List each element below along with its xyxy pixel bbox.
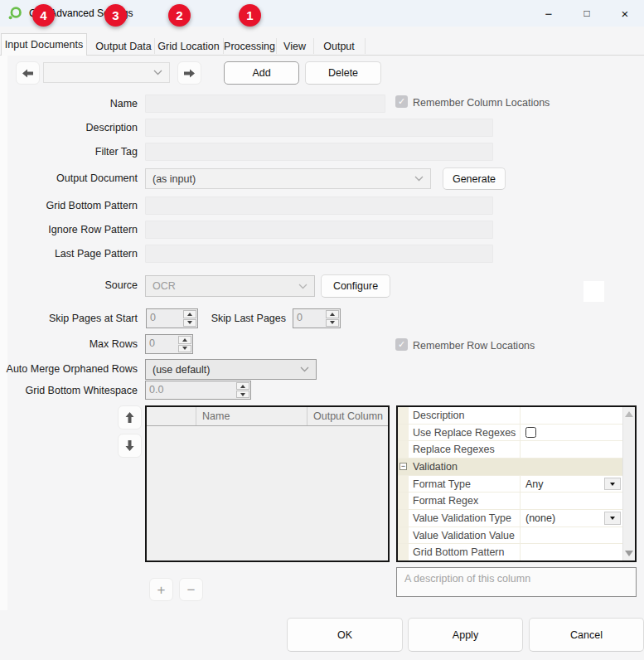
maximize-button[interactable]: □	[568, 0, 606, 27]
name-input[interactable]	[145, 95, 385, 113]
generate-button[interactable]: Generate	[443, 167, 506, 190]
spin-up-button[interactable]	[236, 382, 249, 390]
spin-down-button[interactable]	[183, 319, 196, 328]
format-type-dropdown-button[interactable]	[604, 478, 621, 491]
window-left-edge	[0, 56, 7, 610]
property-row-description[interactable]: Description	[398, 407, 622, 425]
ok-button[interactable]: OK	[287, 618, 403, 652]
grid-bottom-whitespace-label: Grid Bottom Whitespace	[0, 385, 138, 396]
right-arrow-icon	[183, 67, 196, 80]
property-value[interactable]: Any	[520, 476, 622, 493]
scroll-down-icon[interactable]	[625, 551, 633, 556]
property-label: Grid Bottom Pattern	[409, 546, 520, 558]
last-page-pattern-label: Last Page Pattern	[0, 248, 138, 260]
property-grid-scrollbar[interactable]	[622, 407, 635, 561]
grid-bottom-whitespace-spinner[interactable]: 0.0	[145, 381, 251, 400]
up-triangle-icon	[182, 338, 187, 342]
property-value[interactable]	[520, 407, 622, 424]
property-label: Value Validation Value	[409, 530, 520, 541]
skip-pages-at-start-label: Skip Pages at Start	[0, 313, 138, 324]
property-label: Format Type	[409, 478, 520, 490]
property-row-replace-regexes[interactable]: Replace Regexes	[398, 441, 622, 459]
minus-icon: −	[187, 583, 196, 597]
minimize-button[interactable]: −	[530, 0, 568, 27]
tab-input-documents[interactable]: Input Documents	[1, 33, 87, 56]
spin-down-button[interactable]	[326, 319, 339, 328]
property-indent	[398, 510, 409, 527]
collapse-icon: −	[399, 463, 407, 470]
add-button[interactable]: Add	[224, 61, 299, 85]
spin-down-button[interactable]	[236, 391, 249, 398]
columns-table-header-selector	[147, 407, 196, 425]
remember-column-locations-label: Remember Column Locations	[413, 97, 550, 109]
property-label: Value Validation Type	[409, 512, 520, 524]
property-row-format-regex[interactable]: Format Regex	[398, 493, 622, 510]
move-column-up-button[interactable]	[118, 405, 142, 429]
property-row-use-replace-regexes[interactable]: Use Replace Regexes	[398, 425, 622, 442]
tab-output-data[interactable]: Output Data	[93, 37, 154, 55]
max-rows-spinner[interactable]: 0	[145, 334, 193, 354]
property-value[interactable]	[520, 493, 622, 509]
property-value[interactable]	[520, 425, 622, 441]
skip-pages-at-start-spinner[interactable]: 0	[146, 308, 198, 328]
previous-document-button[interactable]	[16, 61, 40, 85]
apply-button[interactable]: Apply	[408, 618, 523, 652]
last-page-pattern-input[interactable]	[145, 245, 493, 263]
spin-up-button[interactable]	[326, 310, 339, 318]
columns-table-header-name[interactable]: Name	[196, 407, 307, 425]
tab-separator	[223, 38, 224, 54]
format-type-value: Any	[525, 478, 544, 490]
use-replace-regexes-checkbox[interactable]	[525, 427, 536, 438]
tab-output[interactable]: Output	[313, 37, 365, 55]
remember-row-locations-checkbox[interactable]: ✓	[395, 338, 408, 351]
spin-down-button[interactable]	[178, 345, 191, 353]
property-row-value-validation-value[interactable]: Value Validation Value	[398, 527, 622, 545]
filter-tag-input[interactable]	[145, 143, 493, 161]
annotation-badge-4: 4	[32, 4, 55, 27]
property-row-format-type[interactable]: Format Type Any	[398, 476, 622, 493]
property-row-grid-bottom-pattern[interactable]: Grid Bottom Pattern	[398, 544, 622, 561]
tab-processing[interactable]: Processing	[223, 37, 276, 55]
output-document-combobox[interactable]: (as input)	[145, 168, 431, 189]
cancel-button[interactable]: Cancel	[529, 618, 644, 652]
property-indent	[398, 476, 409, 493]
property-row-value-validation-type[interactable]: Value Validation Type (none)	[398, 510, 622, 527]
description-input[interactable]	[145, 119, 493, 137]
delete-button[interactable]: Delete	[305, 61, 381, 85]
max-rows-label: Max Rows	[0, 338, 138, 350]
source-combobox[interactable]: OCR	[145, 275, 315, 297]
value-validation-type-value: (none)	[525, 512, 555, 524]
document-selector-combobox[interactable]	[43, 62, 170, 83]
next-document-button[interactable]	[177, 61, 201, 85]
configure-button[interactable]: Configure	[321, 274, 390, 298]
remove-column-button[interactable]: −	[179, 578, 203, 601]
tab-view[interactable]: View	[276, 37, 313, 55]
tab-grid-location[interactable]: Grid Location	[154, 37, 223, 55]
auto-merge-orphaned-rows-combobox[interactable]: (use default)	[145, 359, 317, 380]
property-value[interactable]: (none)	[520, 510, 622, 527]
chevron-down-icon	[298, 284, 307, 289]
add-column-button[interactable]: +	[149, 578, 173, 601]
property-value[interactable]	[520, 527, 622, 544]
spin-up-button[interactable]	[183, 310, 196, 318]
app-logo-icon	[8, 7, 22, 21]
auto-merge-orphaned-rows-value: (use default)	[153, 364, 210, 376]
value-validation-type-dropdown-button[interactable]	[604, 512, 621, 525]
property-value[interactable]	[520, 544, 622, 561]
columns-table-header-output-column[interactable]: Output Column	[307, 407, 388, 425]
property-value	[520, 459, 622, 475]
close-button[interactable]: ×	[606, 0, 644, 27]
remember-column-locations-checkbox[interactable]: ✓	[395, 95, 408, 108]
skip-last-pages-spinner[interactable]: 0	[293, 308, 341, 328]
ignore-row-pattern-input[interactable]	[145, 221, 493, 239]
property-value[interactable]	[520, 441, 622, 458]
spin-up-button[interactable]	[178, 336, 191, 344]
scroll-up-icon[interactable]	[625, 411, 633, 417]
move-column-down-button[interactable]	[118, 434, 142, 458]
grid-bottom-pattern-input[interactable]	[145, 197, 493, 215]
columns-table[interactable]: Name Output Column	[145, 405, 390, 562]
column-property-grid[interactable]: Description Use Replace Regexes Replace …	[396, 405, 637, 562]
source-label: Source	[0, 279, 138, 291]
property-category-validation[interactable]: − Validation	[398, 459, 622, 476]
category-expander[interactable]: −	[398, 463, 409, 470]
